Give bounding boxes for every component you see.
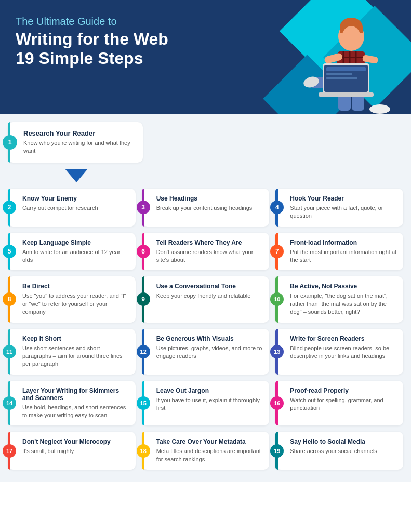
card-4: 4 Hook Your Reader Start your piece with… bbox=[275, 189, 403, 227]
card-13: 13 Write for Screen Readers Blind people… bbox=[275, 329, 403, 375]
step-desc-6: Don't assume readers know what your site… bbox=[156, 248, 263, 264]
card-12: 12 Be Generous With Visuals Use pictures… bbox=[142, 329, 270, 375]
step-title-14: Layer Your Writing for Skimmers and Scan… bbox=[22, 387, 129, 402]
step-desc-3: Break up your content using headings bbox=[156, 204, 263, 212]
step-number-4: 4 bbox=[270, 201, 284, 214]
arrow-down bbox=[65, 169, 88, 182]
card-7: 7 Front-load Information Put the most im… bbox=[275, 233, 403, 271]
step-desc-8: Use "you" to address your reader, and "I… bbox=[22, 292, 129, 316]
step-number-15: 15 bbox=[137, 396, 150, 410]
step-number-19: 19 bbox=[270, 444, 284, 458]
step-title-1: Research Your Reader bbox=[23, 129, 136, 137]
step-number-6: 6 bbox=[137, 245, 150, 258]
step-number-9: 9 bbox=[137, 292, 150, 306]
step-title-11: Keep It Short bbox=[22, 335, 129, 342]
step-number-16: 16 bbox=[270, 396, 284, 410]
step-title-5: Keep Language Simple bbox=[22, 239, 129, 246]
card-2: 2 Know Your Enemy Carry out competitor r… bbox=[8, 189, 136, 227]
card-17: 17 Don't Neglect Your Microcopy It's sma… bbox=[8, 432, 136, 470]
step-desc-10: For example, "the dog sat on the mat", r… bbox=[290, 292, 397, 316]
step-desc-5: Aim to write for an audience of 12 year … bbox=[22, 248, 129, 264]
step-desc-16: Watch out for spelling, grammar, and pun… bbox=[290, 396, 397, 413]
person-figure bbox=[276, 5, 401, 114]
step-desc-14: Use bold, headings, and short sentences … bbox=[22, 404, 129, 420]
step-desc-11: Use short sentences and short paragraphs… bbox=[22, 344, 129, 368]
step-title-2: Know Your Enemy bbox=[22, 195, 129, 202]
step-number-7: 7 bbox=[270, 245, 284, 258]
step-title-18: Take Care Over Your Metadata bbox=[156, 438, 263, 445]
card-1: 1 Research Your Reader Know who you're w… bbox=[8, 122, 143, 163]
step-title-8: Be Direct bbox=[22, 283, 129, 290]
card-3: 3 Use Headings Break up your content usi… bbox=[142, 189, 270, 227]
step-desc-18: Meta titles and descriptions are importa… bbox=[156, 447, 263, 463]
step-number-11: 11 bbox=[3, 345, 16, 358]
step-title-6: Tell Readers Where They Are bbox=[156, 239, 263, 246]
card-18: 18 Take Care Over Your Metadata Meta tit… bbox=[142, 432, 270, 470]
step-desc-1: Know who you're writing for and what the… bbox=[23, 139, 136, 155]
content-area: 1 Research Your Reader Know who you're w… bbox=[0, 114, 411, 482]
row-1: 1 Research Your Reader Know who you're w… bbox=[8, 122, 403, 163]
step-title-17: Don't Neglect Your Microcopy bbox=[22, 438, 129, 445]
step-desc-17: It's small, but mighty bbox=[22, 447, 129, 455]
step-number-12: 12 bbox=[137, 345, 150, 358]
card-19: 19 Say Hello to Social Media Share acros… bbox=[275, 432, 403, 470]
step-title-7: Front-load Information bbox=[290, 239, 397, 246]
card-10: 10 Be Active, Not Passive For example, "… bbox=[275, 276, 403, 322]
svg-rect-20 bbox=[326, 67, 366, 71]
svg-rect-21 bbox=[326, 73, 352, 75]
step-number-3: 3 bbox=[137, 201, 150, 214]
card-11: 11 Keep It Short Use short sentences and… bbox=[8, 329, 136, 375]
step-desc-12: Use pictures, graphs, videos, and more t… bbox=[156, 344, 263, 361]
row-141516: 14 Layer Your Writing for Skimmers and S… bbox=[8, 381, 403, 426]
step-title-9: Use a Conversational Tone bbox=[156, 283, 263, 290]
row-567: 5 Keep Language Simple Aim to write for … bbox=[8, 233, 403, 271]
svg-rect-23 bbox=[319, 92, 374, 97]
step-number-2: 2 bbox=[3, 201, 16, 214]
card-8: 8 Be Direct Use "you" to address your re… bbox=[8, 276, 136, 322]
row-234: 2 Know Your Enemy Carry out competitor r… bbox=[8, 189, 403, 227]
svg-point-14 bbox=[369, 104, 390, 114]
card-15: 15 Leave Out Jargon If you have to use i… bbox=[142, 381, 270, 426]
step-number-8: 8 bbox=[3, 292, 16, 306]
svg-rect-22 bbox=[326, 77, 357, 79]
step-desc-13: Blind people use screen readers, so be d… bbox=[290, 344, 397, 361]
card-6: 6 Tell Readers Where They Are Don't assu… bbox=[142, 233, 270, 271]
card-5: 5 Keep Language Simple Aim to write for … bbox=[8, 233, 136, 271]
header: The Ultimate Guide to Writing for the We… bbox=[0, 0, 411, 114]
step-desc-7: Put the most important information right… bbox=[290, 248, 397, 264]
step-desc-2: Carry out competitor research bbox=[22, 204, 129, 212]
step-title-15: Leave Out Jargon bbox=[156, 387, 263, 394]
step-desc-9: Keep your copy friendly and relatable bbox=[156, 292, 263, 300]
step-title-19: Say Hello to Social Media bbox=[290, 438, 397, 445]
step-number-1: 1 bbox=[3, 135, 17, 150]
card-16: 16 Proof-read Properly Watch out for spe… bbox=[275, 381, 403, 426]
step-desc-15: If you have to use it, explain it thorou… bbox=[156, 396, 263, 413]
step-title-13: Write for Screen Readers bbox=[290, 335, 397, 342]
step-title-10: Be Active, Not Passive bbox=[290, 283, 397, 290]
step-title-12: Be Generous With Visuals bbox=[156, 335, 263, 342]
step-desc-19: Share across your social channels bbox=[290, 447, 397, 455]
row-111213: 11 Keep It Short Use short sentences and… bbox=[8, 329, 403, 375]
row-8910: 8 Be Direct Use "you" to address your re… bbox=[8, 276, 403, 322]
step-number-13: 13 bbox=[270, 345, 284, 358]
step-number-5: 5 bbox=[3, 245, 16, 258]
row-171819: 17 Don't Neglect Your Microcopy It's sma… bbox=[8, 432, 403, 470]
step-number-17: 17 bbox=[3, 444, 16, 458]
step-title-16: Proof-read Properly bbox=[290, 387, 397, 394]
step-desc-4: Start your piece with a fact, quote, or … bbox=[290, 204, 397, 220]
svg-point-3 bbox=[342, 26, 361, 49]
step-number-10: 10 bbox=[270, 292, 284, 306]
step-title-4: Hook Your Reader bbox=[290, 195, 397, 202]
step-number-14: 14 bbox=[3, 396, 16, 410]
step-title-3: Use Headings bbox=[156, 195, 263, 202]
card-9: 9 Use a Conversational Tone Keep your co… bbox=[142, 276, 270, 322]
card-14: 14 Layer Your Writing for Skimmers and S… bbox=[8, 381, 136, 426]
step-number-18: 18 bbox=[137, 444, 150, 458]
